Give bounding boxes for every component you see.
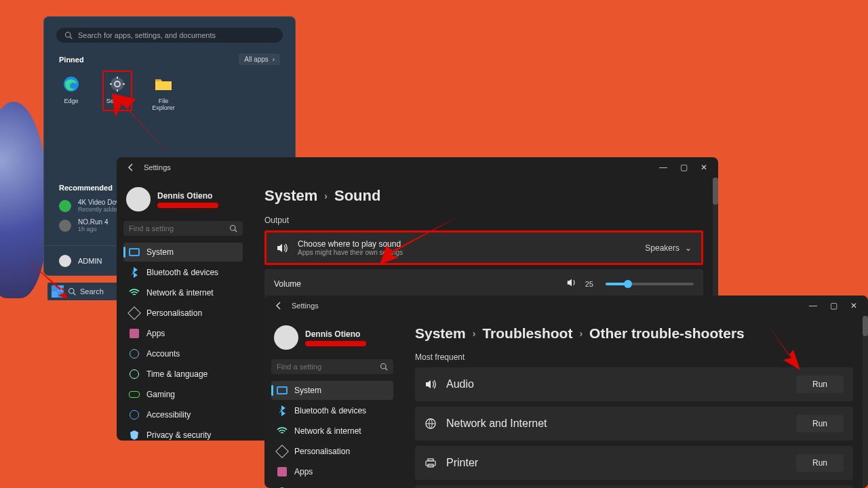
minimize-button[interactable]: — bbox=[803, 296, 823, 316]
chevron-right-icon: › bbox=[473, 328, 476, 339]
crumb-troubleshoot[interactable]: Troubleshoot bbox=[482, 325, 572, 342]
nav-label: Personalisation bbox=[294, 447, 350, 456]
maximize-button[interactable]: ▢ bbox=[673, 157, 694, 178]
ts-label: Printer bbox=[446, 457, 478, 469]
nav-personalisation[interactable]: Personalisation bbox=[123, 304, 243, 323]
nav-system[interactable]: System bbox=[271, 381, 393, 400]
settings-icon bbox=[108, 75, 127, 94]
all-apps-button[interactable]: All apps › bbox=[239, 54, 280, 65]
start-button[interactable] bbox=[52, 285, 64, 298]
nav-personalisation[interactable]: Personalisation bbox=[271, 442, 393, 461]
bluetooth-icon bbox=[129, 267, 140, 278]
maximize-button[interactable]: ▢ bbox=[823, 296, 844, 316]
nav-time-language[interactable]: Time & language bbox=[123, 365, 243, 384]
nav-apps[interactable]: Apps bbox=[271, 462, 393, 481]
accessibility-icon bbox=[129, 409, 140, 420]
back-button[interactable] bbox=[125, 161, 137, 174]
volume-slider[interactable] bbox=[606, 283, 694, 285]
find-input[interactable] bbox=[277, 363, 365, 371]
nav-label: Network & internet bbox=[146, 288, 214, 298]
scrollbar[interactable] bbox=[863, 316, 868, 488]
run-button[interactable]: Run bbox=[796, 375, 844, 393]
speaker-icon bbox=[425, 378, 437, 390]
nav-label: Gaming bbox=[146, 390, 175, 399]
user-name: Dennis Otieno bbox=[305, 329, 366, 339]
desktop-bloom bbox=[0, 102, 47, 298]
most-frequent-label: Most frequent bbox=[415, 352, 853, 362]
nav-bluetooth[interactable]: Bluetooth & devices bbox=[271, 401, 393, 420]
output-device-card[interactable]: Choose where to play sound Apps might ha… bbox=[264, 230, 703, 265]
printer-icon bbox=[425, 457, 437, 469]
chevron-right-icon: › bbox=[579, 328, 583, 339]
nav-network[interactable]: Network & internet bbox=[123, 283, 243, 302]
user-name: Dennis Otieno bbox=[157, 191, 218, 201]
nav-bluetooth[interactable]: Bluetooth & devices bbox=[123, 263, 243, 282]
nav-accounts[interactable]: Accounts bbox=[271, 483, 393, 488]
user-row[interactable]: Dennis Otieno bbox=[126, 187, 240, 211]
pin-edge[interactable]: Edge bbox=[56, 73, 86, 111]
close-button[interactable]: ✕ bbox=[694, 157, 714, 178]
find-input[interactable] bbox=[129, 224, 217, 232]
nav-apps[interactable]: Apps bbox=[123, 324, 243, 343]
svg-line-10 bbox=[73, 293, 75, 295]
crumb-system[interactable]: System bbox=[264, 187, 317, 205]
nav-gaming[interactable]: Gaming bbox=[123, 385, 243, 404]
nav-label: Personalisation bbox=[146, 308, 202, 318]
titlebar: Settings — ▢ ✕ bbox=[264, 296, 868, 316]
breadcrumb: System › Sound bbox=[264, 187, 703, 205]
volume-label: Volume bbox=[274, 279, 301, 289]
brush-icon bbox=[129, 308, 140, 319]
wifi-icon bbox=[277, 426, 288, 436]
nav-label: Accessibility bbox=[146, 410, 191, 420]
recommended-item-sub: Recently adde bbox=[78, 206, 121, 213]
find-a-setting[interactable] bbox=[123, 221, 243, 236]
window-title: Settings bbox=[292, 302, 319, 310]
user-avatar bbox=[126, 187, 151, 211]
redacted-email bbox=[157, 203, 218, 208]
svg-point-13 bbox=[381, 364, 387, 369]
volume-card: Volume 25 bbox=[264, 269, 703, 299]
nav-accounts[interactable]: Accounts bbox=[123, 344, 243, 363]
back-button[interactable] bbox=[273, 300, 285, 312]
svg-rect-17 bbox=[428, 459, 433, 461]
scrollbar-thumb[interactable] bbox=[713, 178, 718, 205]
svg-point-0 bbox=[66, 33, 71, 38]
user-avatar[interactable] bbox=[59, 255, 71, 267]
settings-nav: System Bluetooth & devices Network & int… bbox=[123, 243, 243, 441]
app-icon bbox=[59, 200, 71, 212]
start-search[interactable]: Search for apps, settings, and documents bbox=[56, 28, 283, 43]
nav-system[interactable]: System bbox=[123, 243, 243, 262]
nav-network[interactable]: Network & internet bbox=[271, 422, 393, 441]
pin-file-explorer[interactable]: File Explorer bbox=[149, 73, 178, 111]
slider-thumb[interactable] bbox=[624, 280, 632, 288]
user-row[interactable]: Dennis Otieno bbox=[274, 325, 391, 350]
pinned-grid: Edge Settings File Explorer bbox=[44, 69, 295, 115]
scrollbar-thumb[interactable] bbox=[863, 316, 868, 336]
search-icon bbox=[380, 363, 388, 371]
nav-accessibility[interactable]: Accessibility bbox=[123, 405, 243, 424]
settings-nav: System Bluetooth & devices Network & int… bbox=[271, 381, 393, 488]
chevron-right-icon: › bbox=[324, 190, 328, 201]
minimize-button[interactable]: — bbox=[653, 157, 673, 178]
clock-icon bbox=[129, 369, 140, 380]
run-label: Run bbox=[812, 458, 827, 468]
svg-point-9 bbox=[69, 289, 75, 294]
pin-settings[interactable]: Settings bbox=[102, 70, 132, 111]
nav-label: Bluetooth & devices bbox=[294, 406, 366, 415]
troubleshooter-windows-update: Windows Update Run bbox=[415, 485, 853, 488]
find-a-setting[interactable] bbox=[271, 359, 393, 374]
edge-icon bbox=[62, 75, 81, 94]
nav-label: Privacy & security bbox=[146, 430, 211, 440]
titlebar: Settings — ▢ ✕ bbox=[117, 157, 718, 178]
output-group-label: Output bbox=[264, 216, 703, 225]
close-button[interactable]: ✕ bbox=[844, 296, 864, 316]
crumb-system[interactable]: System bbox=[415, 325, 466, 342]
taskbar-search-label[interactable]: Search bbox=[80, 287, 104, 296]
recommended-item-label: NO.Run 4 bbox=[78, 218, 108, 226]
nav-privacy[interactable]: Privacy & security bbox=[123, 426, 243, 441]
recommended-item-sub: 1h ago bbox=[78, 226, 108, 232]
run-button[interactable]: Run bbox=[796, 415, 844, 432]
apps-icon bbox=[277, 466, 288, 477]
run-button[interactable]: Run bbox=[796, 454, 844, 472]
speaker-icon[interactable] bbox=[566, 277, 577, 291]
